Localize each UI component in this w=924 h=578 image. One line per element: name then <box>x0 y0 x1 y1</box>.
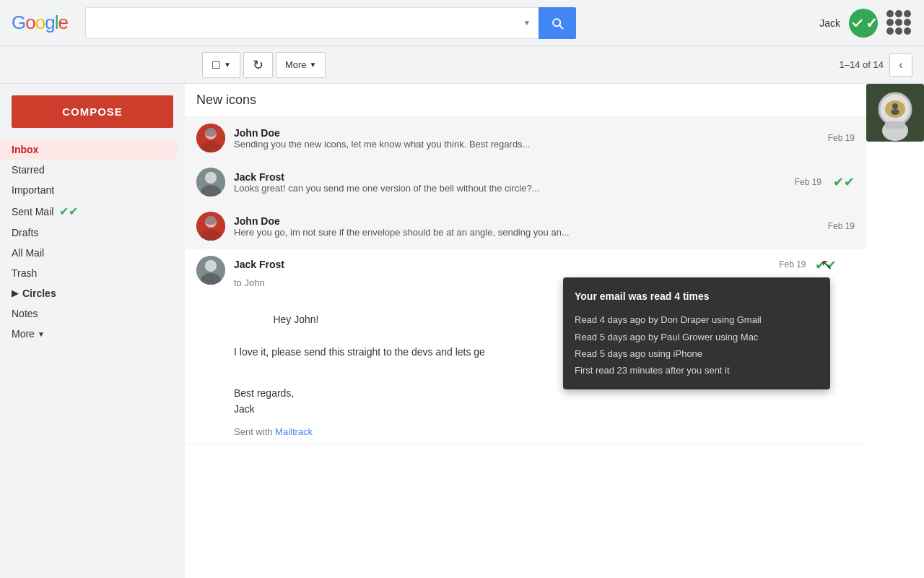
avatar-jack-open <box>196 256 225 285</box>
circles-label: Circles <box>22 288 56 299</box>
more-label: More <box>285 59 307 70</box>
content-title: New icons <box>185 84 866 116</box>
email-snippet-2: Looks great! can you send me one version… <box>234 183 780 194</box>
email-footer: Sent with Mailtrack <box>234 426 855 437</box>
refresh-icon: ↻ <box>253 57 263 73</box>
cursor-icon: ↖ <box>821 256 833 272</box>
topbar: Google ▼ Jack <box>0 0 924 46</box>
email-sender-1: John Doe <box>234 127 814 139</box>
sidebar-item-notes[interactable]: Notes <box>0 303 179 324</box>
email-open-sender: Jack Frost <box>234 259 773 270</box>
sidebar-item-drafts[interactable]: Drafts <box>0 223 179 243</box>
pagination-label: 1–14 of 14 <box>840 59 884 70</box>
tooltip-item-3: Read 5 days ago using iPhone <box>575 345 819 362</box>
inbox-label: Inbox <box>12 144 38 155</box>
svg-point-17 <box>206 262 215 270</box>
search-icon <box>550 16 565 30</box>
sidebar: COMPOSE Inbox Starred Important Sent Mai… <box>0 84 185 578</box>
sidebar-item-important[interactable]: Important <box>0 180 179 200</box>
more-dropdown-icon: ▼ <box>310 61 317 69</box>
astronaut-image <box>866 84 924 142</box>
sidebar-item-allmail[interactable]: All Mail <box>0 243 179 263</box>
email-info-2: Jack Frost Looks great! can you send me … <box>234 171 780 194</box>
select-dropdown-icon: ▼ <box>224 61 231 69</box>
email-footer-prefix: Sent with <box>234 426 275 437</box>
starred-label: Starred <box>12 164 45 176</box>
more-button[interactable]: More ▼ <box>276 52 326 78</box>
important-label: Important <box>12 184 54 196</box>
sidebar-item-trash[interactable]: Trash <box>0 263 179 283</box>
svg-point-26 <box>891 109 899 115</box>
avatar-jack-1 <box>196 168 225 197</box>
more-sidebar-label: More <box>12 328 35 340</box>
more-dropdown-icon: ▼ <box>38 330 45 338</box>
email-snippet-3: Here you go, im not sure if the envelope… <box>234 227 814 238</box>
content-top: New icons John Doe Send <box>185 84 924 445</box>
svg-point-25 <box>892 103 898 109</box>
topbar-right: Jack <box>819 9 912 38</box>
tooltip-item-4: First read 23 minutes after you sent it <box>575 362 819 379</box>
google-logo: Google <box>12 12 68 34</box>
email-check-2: ✔✔ <box>833 174 855 190</box>
svg-point-9 <box>206 173 215 182</box>
compose-button[interactable]: COMPOSE <box>12 95 173 128</box>
main-layout: COMPOSE Inbox Starred Important Sent Mai… <box>0 84 924 578</box>
sidebar-item-inbox[interactable]: Inbox <box>0 139 179 160</box>
select-button[interactable]: ☐ ▼ <box>202 52 240 78</box>
search-button[interactable] <box>539 7 576 39</box>
email-open-date: Feb 19 <box>779 259 806 269</box>
email-row-2[interactable]: Jack Frost Looks great! can you send me … <box>185 160 866 204</box>
svg-point-0 <box>850 15 865 30</box>
email-date-2: Feb 19 <box>795 177 821 187</box>
email-row-3[interactable]: John Doe Here you go, im not sure if the… <box>185 204 866 249</box>
user-avatar[interactable] <box>849 9 878 38</box>
trash-label: Trash <box>12 267 37 279</box>
allmail-label: All Mail <box>12 247 44 259</box>
toolbar: ☐ ▼ ↻ More ▼ 1–14 of 14 ‹ <box>0 46 924 84</box>
user-name: Jack <box>819 17 840 29</box>
tooltip-item-1: Read 4 days ago by Don Draper using Gmai… <box>575 311 819 328</box>
sent-label: Sent Mail <box>12 206 53 217</box>
pagination: 1–14 of 14 ‹ <box>840 53 912 77</box>
checkmark-icon <box>849 14 866 32</box>
circles-arrow-icon: ▶ <box>12 288 18 298</box>
search-dropdown-button[interactable]: ▼ <box>515 7 539 39</box>
tooltip-title: Your email was read 4 times <box>575 288 819 306</box>
tooltip-item-2: Read 5 days ago by Paul Grower using Mac <box>575 329 819 345</box>
avatar-john-2 <box>196 212 225 241</box>
pagination-back-button[interactable]: ‹ <box>889 53 912 77</box>
svg-rect-13 <box>205 216 217 225</box>
email-open-row: Jack Frost Feb 19 ✔✔ ↖ to John Hey John!… <box>185 249 866 445</box>
svg-rect-5 <box>206 129 215 132</box>
email-date-1: Feb 19 <box>828 133 855 143</box>
checkbox-icon: ☐ <box>212 59 221 71</box>
email-sender-2: Jack Frost <box>234 171 780 183</box>
search-input[interactable] <box>85 7 515 39</box>
email-body-header: Jack Frost Feb 19 ✔✔ ↖ <box>234 256 855 273</box>
email-sender-3: John Doe <box>234 215 814 227</box>
email-row-1[interactable]: John Doe Sending you the new icons, let … <box>185 116 866 160</box>
avatar-john-1 <box>196 124 225 152</box>
content-area: New icons John Doe Send <box>185 84 924 578</box>
sidebar-item-circles[interactable]: ▶ Circles <box>0 283 179 303</box>
notes-label: Notes <box>12 308 38 319</box>
email-read-tooltip: Your email was read 4 times Read 4 days … <box>563 277 830 389</box>
svg-rect-23 <box>885 121 905 129</box>
email-info-3: John Doe Here you go, im not sure if the… <box>234 215 814 238</box>
email-date-3: Feb 19 <box>828 221 855 231</box>
sidebar-item-more[interactable]: More ▼ <box>0 324 179 344</box>
right-image-panel <box>866 84 924 142</box>
apps-icon[interactable] <box>886 10 912 36</box>
email-sign: Best regards, Jack <box>234 385 855 418</box>
mailtrack-link[interactable]: Mailtrack <box>275 426 313 437</box>
sent-check-icon: ✔✔ <box>59 204 78 218</box>
refresh-button[interactable]: ↻ <box>243 52 273 78</box>
search-container: ▼ <box>85 7 576 39</box>
sidebar-item-starred[interactable]: Starred <box>0 160 179 180</box>
email-snippet-1: Sending you the new icons, let me know w… <box>234 139 814 150</box>
sidebar-item-sent[interactable]: Sent Mail ✔✔ <box>0 200 179 223</box>
drafts-label: Drafts <box>12 227 38 238</box>
email-info-1: John Doe Sending you the new icons, let … <box>234 127 814 150</box>
